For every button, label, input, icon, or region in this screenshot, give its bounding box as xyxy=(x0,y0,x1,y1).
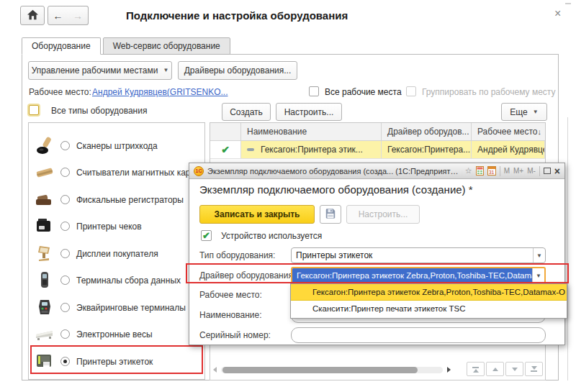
radio-electronic-scales[interactable] xyxy=(60,329,70,339)
radio-barcode-scanners[interactable] xyxy=(60,141,70,150)
barcode-scanner-icon xyxy=(34,136,55,155)
save-button[interactable] xyxy=(320,205,341,224)
favorite-star-icon[interactable]: ☆ xyxy=(465,166,472,176)
app-window: ← → Подключение и настройка оборудования… xyxy=(0,0,576,392)
save-and-close-button[interactable]: Записать и закрыть xyxy=(199,205,315,224)
sidebar-item-barcode-scanners[interactable]: Сканеры штрихкода xyxy=(29,132,204,160)
dialog-titlebar[interactable]: 1С Экземпляр подключаемого оборудования … xyxy=(189,163,564,179)
maximize-icon[interactable] xyxy=(544,168,551,174)
sidebar-item-label: Фискальные регистраторы xyxy=(76,195,184,205)
tab-equipment[interactable]: Оборудование xyxy=(22,37,101,55)
column-used[interactable] xyxy=(210,123,241,140)
memory-m-button[interactable]: M xyxy=(504,167,510,175)
forward-arrow-icon: → xyxy=(73,10,83,22)
all-workplaces-checkbox[interactable] xyxy=(309,86,319,96)
dialog-heading: Экземпляр подключаемого оборудования (со… xyxy=(199,183,473,196)
more-button[interactable]: Еще ▼ xyxy=(501,103,547,121)
sidebar-item-label: Сканеры штрихкода xyxy=(76,141,158,151)
more-label: Еще xyxy=(510,107,527,117)
sidebar-item-data-terminals[interactable]: Терминалы сбора данных xyxy=(29,267,204,294)
close-icon[interactable]: × xyxy=(554,9,561,19)
sidebar-item-label: Принтеры этикеток xyxy=(76,357,153,367)
table-nav-buttons xyxy=(465,362,543,376)
chevron-down-icon[interactable]: ▼ xyxy=(532,268,544,283)
home-button[interactable] xyxy=(20,6,45,25)
radio-card-readers[interactable] xyxy=(60,168,70,177)
corner-decoration xyxy=(565,3,571,6)
chevron-down-icon: ▼ xyxy=(163,68,168,73)
dialog-configure-button[interactable]: Настроить... xyxy=(346,205,420,224)
sidebar-item-label: Терминалы сбора данных xyxy=(76,275,181,286)
titlebar-divider xyxy=(539,166,540,176)
horizontal-scrollbar[interactable] xyxy=(213,365,451,374)
radio-acquiring-terminals[interactable] xyxy=(60,303,70,312)
fiscal-register-icon xyxy=(34,190,55,209)
column-workplace-label: Рабочее место xyxy=(477,127,537,137)
cell-driver: Гексагон:Принтера... xyxy=(382,141,472,158)
workplace-link[interactable]: Андрей Кудрявцев(GRITSENKO... xyxy=(92,87,228,97)
sidebar-item-fiscal-registers[interactable]: Фискальные регистраторы xyxy=(29,186,204,214)
cell-name: Гексагон:Принтера этик... xyxy=(241,141,382,158)
driver-value: Гексагон:Принтера этикеток Zebra,Proton,… xyxy=(292,268,532,283)
cell-name-text: Гексагон:Принтера этик... xyxy=(261,145,363,155)
memory-m-plus-button[interactable]: M+ xyxy=(513,167,523,175)
radio-receipt-printers[interactable] xyxy=(60,222,70,231)
item-marker-icon xyxy=(247,148,254,151)
device-used-checkbox[interactable]: ✔ xyxy=(201,230,212,241)
calendar-day-label: 31 xyxy=(488,170,495,175)
chevron-down-icon: ▼ xyxy=(533,109,539,115)
scrollbar-thumb[interactable] xyxy=(222,367,418,373)
serial-field[interactable] xyxy=(291,327,546,343)
radio-fiscal-registers[interactable] xyxy=(60,195,70,204)
go-last-button[interactable] xyxy=(525,362,543,376)
driver-option-geksagon[interactable]: Гексагон:Принтера этикеток Zebra,Proton,… xyxy=(291,284,567,301)
radio-label-printers[interactable] xyxy=(60,357,70,366)
go-up-button[interactable] xyxy=(486,362,504,376)
home-icon xyxy=(27,9,39,22)
chevron-down-icon[interactable]: ▼ xyxy=(533,248,545,263)
scrollbar-track[interactable] xyxy=(221,367,443,373)
all-equipment-types-label: Все типы оборудования xyxy=(51,106,147,116)
name-field-label: Наименование: xyxy=(199,307,262,323)
type-field[interactable]: Принтеры этикеток ▼ xyxy=(291,247,546,263)
go-first-button[interactable] xyxy=(467,362,485,376)
workplace-field-label: Рабочее место: xyxy=(199,287,262,303)
driver-option-skansiti[interactable]: Скансити:Принтер печати этикеток TSC xyxy=(291,301,567,317)
group-by-workplace-checkbox[interactable] xyxy=(406,86,416,96)
calendar-icon[interactable]: 31 xyxy=(487,166,496,176)
calculator-icon[interactable] xyxy=(476,166,484,176)
check-icon: ✔ xyxy=(221,144,230,155)
label-printer-icon xyxy=(34,352,55,370)
radio-customer-displays[interactable] xyxy=(60,249,70,258)
scroll-left-icon[interactable] xyxy=(213,367,217,373)
back-button[interactable]: ← xyxy=(48,6,68,25)
column-workplace[interactable]: Рабочее место ↓ xyxy=(472,123,545,140)
column-name[interactable]: Наименование xyxy=(241,123,382,140)
all-equipment-types-checkbox[interactable] xyxy=(29,105,39,115)
radio-data-terminals[interactable] xyxy=(60,275,70,285)
sidebar-item-acquiring-terminals[interactable]: Эквайринговые терминалы xyxy=(29,294,204,322)
driver-field[interactable]: Гексагон:Принтера этикеток Zebra,Proton,… xyxy=(291,267,546,284)
sidebar-item-label: Считыватели магнитных карт xyxy=(76,168,194,178)
tab-web-service[interactable]: Web-сервис оборудование xyxy=(103,37,230,55)
manage-workplaces-button[interactable]: Управление рабочими местами ▼ xyxy=(28,61,172,80)
scroll-right-icon[interactable] xyxy=(447,367,451,373)
sidebar-item-card-readers[interactable]: Считыватели магнитных карт xyxy=(29,159,204,186)
go-down-button[interactable] xyxy=(505,362,523,376)
memory-m-minus-button[interactable]: M- xyxy=(527,167,536,175)
sidebar-item-electronic-scales[interactable]: Электронные весы xyxy=(29,321,204,348)
sidebar-item-label: Эквайринговые терминалы xyxy=(76,303,186,313)
sidebar-item-customer-displays[interactable]: Дисплеи покупателя xyxy=(29,240,204,268)
sidebar-item-label-printers[interactable]: Принтеры этикеток xyxy=(29,348,204,375)
equipment-drivers-button[interactable]: Драйверы оборудования... xyxy=(178,61,297,80)
table-header: Наименование Драйвер оборудов... Рабочее… xyxy=(210,123,545,141)
create-button[interactable]: Создать xyxy=(222,103,271,121)
type-label: Тип оборудования: xyxy=(199,247,275,263)
forward-button[interactable]: → xyxy=(68,6,89,25)
table-row[interactable]: ✔ Гексагон:Принтера этик... Гексагон:При… xyxy=(210,141,545,159)
group-by-workplace-label: Группировать по рабочему месту xyxy=(422,87,555,97)
configure-button[interactable]: Настроить... xyxy=(276,103,342,121)
column-driver[interactable]: Драйвер оборудов... xyxy=(382,123,472,140)
dialog-close-icon[interactable]: × xyxy=(554,168,560,175)
sidebar-item-receipt-printers[interactable]: Принтеры чеков xyxy=(29,213,204,240)
